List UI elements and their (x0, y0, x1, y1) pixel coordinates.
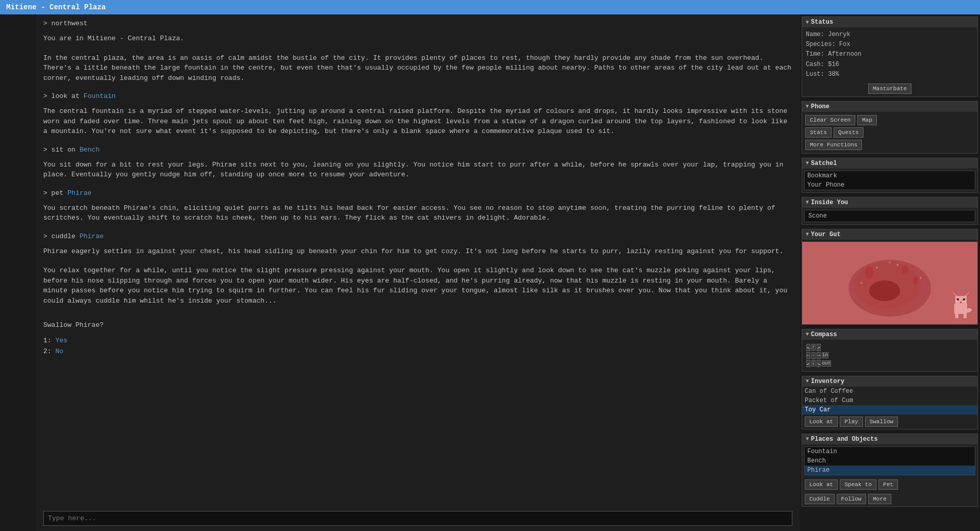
places-actions-row1: Look at Speak to Pet (802, 477, 977, 492)
quests-button[interactable]: Quests (834, 127, 863, 138)
svg-point-6 (913, 276, 918, 285)
compass-n[interactable]: ↑ (811, 344, 816, 351)
compass-label: Compass (811, 331, 837, 338)
command-link[interactable]: Phirae (79, 233, 104, 240)
places-look-at-button[interactable]: Look at (805, 479, 838, 490)
stats-button[interactable]: Stats (805, 127, 832, 138)
log-entry: 2: No (43, 346, 792, 357)
compass-w[interactable]: ← (806, 352, 810, 359)
inv-item-cum[interactable]: Packet of Cum (802, 396, 977, 405)
choice-link-no[interactable]: No (55, 347, 63, 355)
command-link[interactable]: Bench (79, 146, 99, 154)
compass-in[interactable]: in (822, 352, 828, 358)
inv-item-coffee[interactable]: Can of Coffee (802, 387, 977, 396)
log-entry: Phirae eagerly settles in against your c… (43, 246, 792, 257)
log-entry: > northwest (43, 20, 792, 27)
log-entry: > cuddle Phirae (43, 233, 792, 240)
svg-point-25 (963, 300, 966, 302)
compass-center[interactable]: · (811, 352, 816, 359)
log-entry (43, 102, 792, 106)
satchel-section: ▼ Satchel Bookmark Your Phone (802, 158, 978, 193)
inside-item-scone[interactable]: Scone (806, 211, 974, 221)
log-entry (43, 242, 792, 246)
svg-point-9 (920, 277, 922, 279)
place-bench[interactable]: Bench (805, 456, 975, 466)
svg-point-3 (869, 280, 900, 301)
log-entry: You relax together for a while, until yo… (43, 266, 792, 306)
log-entry: You are in Mitiene - Central Plaza. (43, 34, 792, 44)
inv-play-button[interactable]: Play (840, 417, 862, 427)
more-functions-button[interactable]: More Functions (805, 140, 862, 150)
status-section: ▼ Status Name: Jenryk Species: Fox Time:… (802, 16, 978, 97)
compass-arrow: ▼ (806, 331, 809, 337)
svg-point-8 (896, 264, 899, 266)
compass-header: ▼ Compass (802, 329, 977, 340)
inv-swallow-button[interactable]: Swallow (865, 417, 898, 427)
svg-rect-22 (964, 313, 967, 318)
places-pet-button[interactable]: Pet (878, 479, 898, 490)
title-text: Mitiene - Central Plaza (6, 3, 106, 11)
compass-nw[interactable]: ↖ (806, 344, 810, 351)
inside-you-arrow: ▼ (806, 200, 809, 205)
log-entry: In the central plaza, the area is an oas… (43, 53, 792, 84)
compass-e[interactable]: → (817, 352, 821, 359)
stat-lust: Lust: 38% (806, 70, 974, 79)
inventory-list: Can of Coffee Packet of Cum Toy Car (802, 387, 977, 414)
satchel-item-bookmark[interactable]: Bookmark (805, 171, 975, 180)
inventory-section: ▼ Inventory Can of Coffee Packet of Cum … (802, 376, 978, 429)
compass-grid-container: ↖ ↑ ↗ ← · → in ↙ ↓ ↘ ou (802, 340, 977, 371)
input-area (43, 507, 792, 526)
choice-link-yes[interactable]: Yes (55, 337, 67, 344)
log-entry (43, 261, 792, 266)
places-more-button[interactable]: More (868, 494, 891, 504)
phone-section: ▼ Phone Clear Screen Map Stats Quests Mo… (802, 101, 978, 154)
satchel-list: Bookmark Your Phone (804, 171, 975, 190)
log-entry: You scratch beneath Phirae's chin, elici… (43, 203, 792, 223)
compass-se[interactable]: ↘ (817, 360, 821, 367)
places-follow-button[interactable]: Follow (837, 494, 867, 504)
inventory-header: ▼ Inventory (802, 376, 977, 387)
satchel-item-phone[interactable]: Your Phone (805, 180, 975, 190)
map-button[interactable]: Map (857, 115, 877, 125)
svg-rect-20 (960, 302, 962, 303)
places-label: Places and Objects (811, 436, 878, 443)
svg-point-11 (889, 261, 891, 263)
clear-screen-button[interactable]: Clear Screen (805, 115, 855, 125)
status-arrow: ▼ (806, 20, 809, 25)
places-cuddle-button[interactable]: Cuddle (805, 494, 835, 504)
inside-you-label: Inside You (811, 199, 848, 206)
compass-row-3: ↙ ↓ ↘ out (806, 360, 831, 367)
places-arrow: ▼ (806, 436, 809, 442)
your-gut-label: Your Gut (811, 231, 841, 238)
log-entry: > look at Fountain (43, 92, 792, 100)
type-input[interactable] (43, 511, 792, 526)
inv-look-at-button[interactable]: Look at (805, 417, 838, 427)
log-entry (43, 185, 792, 189)
svg-point-24 (956, 300, 959, 302)
places-speak-to-button[interactable]: Speak to (840, 479, 876, 490)
svg-point-5 (902, 265, 908, 275)
command-link[interactable]: Fountain (84, 92, 115, 100)
log-entry: 1: Yes (43, 336, 792, 346)
place-fountain[interactable]: Fountain (805, 447, 975, 456)
compass-out[interactable]: out (822, 360, 831, 367)
inv-item-toycar[interactable]: Toy Car (802, 405, 977, 414)
compass-ne[interactable]: ↗ (817, 344, 821, 351)
command-link[interactable]: Phirae (68, 189, 92, 197)
log-entry: You sit down for a bit to rest your legs… (43, 160, 792, 180)
masturbate-button[interactable]: Masturbate (868, 84, 911, 94)
svg-marker-14 (952, 292, 957, 296)
place-phirae[interactable]: Phirae (805, 466, 975, 475)
status-header: ▼ Status (802, 17, 977, 27)
compass-s[interactable]: ↓ (811, 360, 816, 367)
satchel-label: Satchel (811, 160, 837, 167)
gut-display (802, 242, 977, 324)
inventory-actions: Look at Play Swallow (802, 414, 977, 429)
compass-section: ▼ Compass ↖ ↑ ↗ ← · → in (802, 329, 978, 372)
compass-sw[interactable]: ↙ (806, 360, 810, 367)
log-entry: The central fountain is a myriad of step… (43, 106, 792, 137)
log-entry (43, 29, 792, 34)
log-entry (43, 142, 792, 146)
game-log: > northwestYou are in Mitiene - Central … (43, 20, 792, 358)
compass-row-1: ↖ ↑ ↗ (806, 344, 831, 351)
